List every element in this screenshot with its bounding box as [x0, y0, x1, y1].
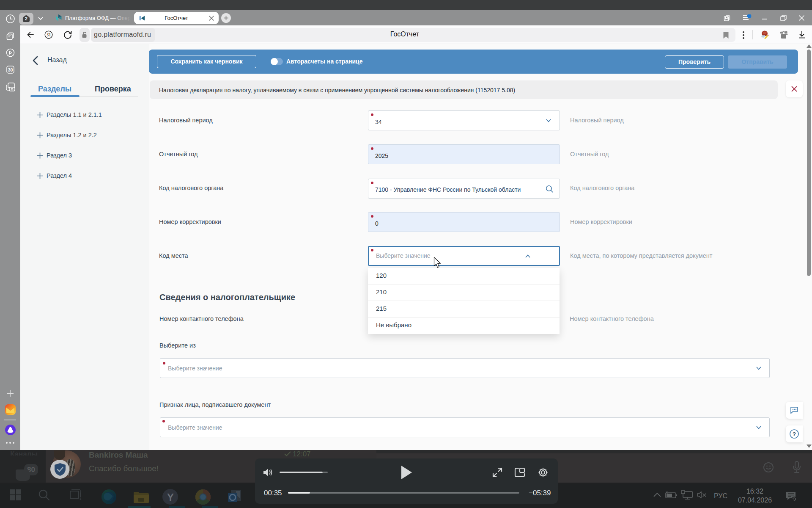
- svg-text:?: ?: [793, 431, 796, 437]
- svg-text:30: 30: [8, 67, 13, 72]
- svg-text:2: 2: [25, 16, 27, 21]
- svg-text:Я: Я: [47, 32, 50, 37]
